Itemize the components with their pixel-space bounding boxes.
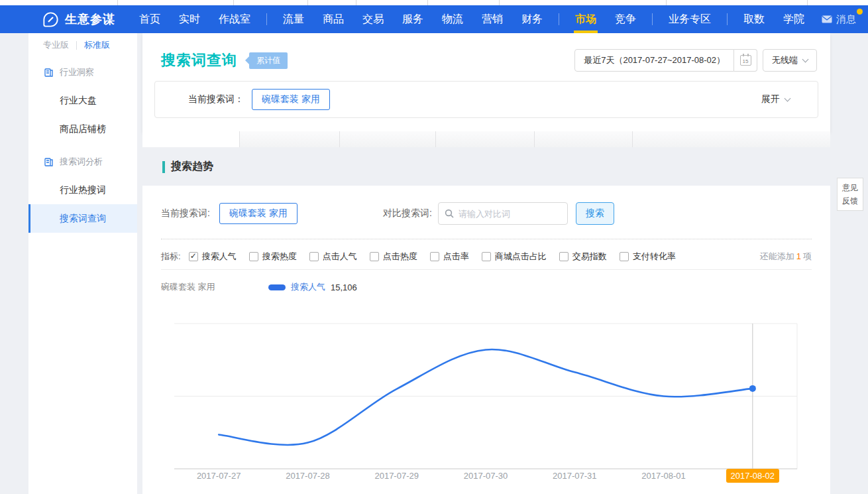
expand-link[interactable]: 展开 [761, 93, 790, 105]
checkbox[interactable] [249, 252, 258, 261]
nav-item-competition[interactable]: 竞争 [606, 5, 645, 33]
metric-search-heat[interactable]: 搜索热度 [249, 251, 297, 263]
checkbox[interactable] [370, 252, 379, 261]
legend-value: 15,106 [331, 282, 357, 292]
search-button[interactable]: 搜索 [576, 202, 614, 225]
current-term-box: 当前搜索词： 碗碟套装 家用 展开 [154, 81, 818, 118]
tab-cell[interactable] [435, 131, 534, 147]
nav-divider [652, 13, 653, 25]
search-icon [445, 209, 454, 218]
nav-divider [559, 13, 559, 25]
sidebar-item-search-word-query-active[interactable]: 搜索词查询 [28, 204, 137, 233]
chart-legend: 碗碟套装 家用 搜索人气 15,106 [161, 278, 357, 296]
calendar-icon: 15 [740, 55, 751, 66]
message-badge-dot [857, 9, 863, 15]
checkbox[interactable] [620, 252, 629, 261]
metric-click-rate[interactable]: 点击率 [430, 251, 469, 263]
metrics-label: 指标: [161, 251, 181, 263]
trend-current-term-chip[interactable]: 碗碟套装 家用 [219, 203, 298, 224]
tab-cell[interactable] [339, 131, 435, 147]
nav-item-warroom[interactable]: 作战室 [209, 5, 260, 33]
section-accent-bar [162, 161, 165, 173]
tab-cell-active[interactable] [142, 131, 239, 147]
nav-item-trade[interactable]: 交易 [353, 5, 393, 33]
marker-dot [749, 385, 756, 392]
metric-pay-conversion[interactable]: 支付转化率 [620, 251, 676, 263]
add-more-hint: 还能添加1项 [760, 251, 812, 263]
nav-item-goods[interactable]: 商品 [313, 5, 353, 33]
nav-divider [266, 13, 267, 25]
series-line [219, 349, 753, 445]
version-standard[interactable]: 标准版 [84, 39, 110, 51]
x-tick: 2017-07-27 [174, 471, 263, 481]
metric-click-heat[interactable]: 点击热度 [370, 251, 417, 263]
tab-cell[interactable] [239, 131, 339, 147]
checkbox-checked[interactable] [189, 252, 198, 261]
version-pro[interactable]: 专业版 [43, 39, 69, 51]
section-head-search-trend: 搜索趋势 [162, 160, 213, 174]
metric-mall-click-share[interactable]: 商城点击占比 [482, 251, 547, 263]
x-tick: 2017-07-31 [530, 471, 619, 481]
metric-trade-index[interactable]: 交易指数 [559, 251, 607, 263]
x-tick: 2017-07-29 [353, 471, 441, 481]
section-title: 搜索趋势 [171, 160, 213, 174]
checkbox[interactable] [482, 252, 491, 261]
sidebar-item-goods-shop-rank[interactable]: 商品店铺榜 [28, 115, 137, 143]
ledger-icon [44, 157, 54, 166]
message-button[interactable]: 消息 [822, 13, 856, 26]
current-term-chip[interactable]: 碗碟套装 家用 [252, 89, 330, 110]
nav-item-finance[interactable]: 财务 [512, 5, 552, 33]
nav-item-traffic[interactable]: 流量 [274, 5, 313, 33]
sub-tab-strip [142, 131, 830, 147]
top-strip [0, 0, 868, 5]
nav-item-home[interactable]: 首页 [130, 5, 170, 33]
brand-name: 生意参谋 [65, 11, 115, 27]
feedback-button[interactable]: 意见 反馈 [837, 178, 863, 211]
tab-cell[interactable] [632, 131, 830, 147]
chevron-down-icon [785, 95, 791, 101]
checkbox[interactable] [559, 252, 569, 261]
x-tick: 2017-07-30 [441, 471, 530, 481]
compare-term-label: 对比搜索词: [383, 208, 432, 219]
checkbox[interactable] [309, 252, 319, 261]
trend-line-chart[interactable]: 2017-07-27 2017-07-28 2017-07-29 2017-07… [161, 317, 817, 491]
envelope-icon [822, 15, 832, 23]
metric-search-popularity[interactable]: 搜索人气 [189, 251, 237, 263]
x-tick-highlighted: 2017-08-02 [708, 471, 797, 481]
sidebar-item-industry-hot-words[interactable]: 行业热搜词 [28, 176, 137, 204]
nav-divider [727, 13, 728, 25]
nav-item-academy[interactable]: 学院 [774, 5, 814, 33]
current-term-label: 当前搜索词： [188, 93, 244, 105]
brand-logo[interactable]: 生意参谋 [42, 11, 115, 28]
sidebar-item-industry-overview[interactable]: 行业大盘 [28, 86, 137, 115]
nav-item-business-zone[interactable]: 业务专区 [659, 5, 720, 33]
calendar-button[interactable]: 15 [734, 49, 757, 72]
chart-canvas [161, 317, 817, 473]
sidebar-group-search-analysis: 搜索词分析 [28, 147, 137, 176]
nav-item-marketing[interactable]: 营销 [472, 5, 512, 33]
compare-input-wrap [438, 202, 568, 225]
terminal-dropdown[interactable]: 无线端 [763, 49, 817, 72]
version-divider [76, 41, 77, 50]
add-more-count: 1 [796, 251, 801, 261]
legend-line-swatch [268, 284, 286, 290]
page-title: 搜索词查询 [161, 50, 237, 70]
metric-click-popularity[interactable]: 点击人气 [309, 251, 357, 263]
date-range-button[interactable]: 最近7天（2017-07-27~2017-08-02） [574, 49, 734, 72]
nav-item-data-fetch[interactable]: 取数 [734, 5, 774, 33]
chevron-down-icon [802, 56, 809, 62]
top-navbar: 生意参谋 首页 实时 作战室 流量 商品 交易 服务 物流 营销 财务 市场 竞… [0, 5, 868, 33]
page-header-panel: 搜索词查询 累计值 最近7天（2017-07-27~2017-08-02） 15… [142, 33, 830, 131]
solid-divider [161, 269, 812, 270]
tab-cell[interactable] [534, 131, 632, 147]
compare-term-input[interactable] [459, 209, 561, 219]
checkbox[interactable] [430, 252, 439, 261]
x-axis-labels: 2017-07-27 2017-07-28 2017-07-29 2017-07… [174, 471, 797, 481]
sidebar: 专业版 标准版 行业洞察 行业大盘 商品店铺榜 搜索词分析 行业热搜词 搜索词查… [28, 33, 137, 494]
nav-item-logistics[interactable]: 物流 [433, 5, 472, 33]
nav-item-service[interactable]: 服务 [393, 5, 433, 33]
x-tick: 2017-07-28 [263, 471, 352, 481]
nav-item-realtime[interactable]: 实时 [170, 5, 209, 33]
legend-term: 碗碟套装 家用 [161, 281, 268, 293]
nav-item-market-active[interactable]: 市场 [566, 5, 606, 33]
